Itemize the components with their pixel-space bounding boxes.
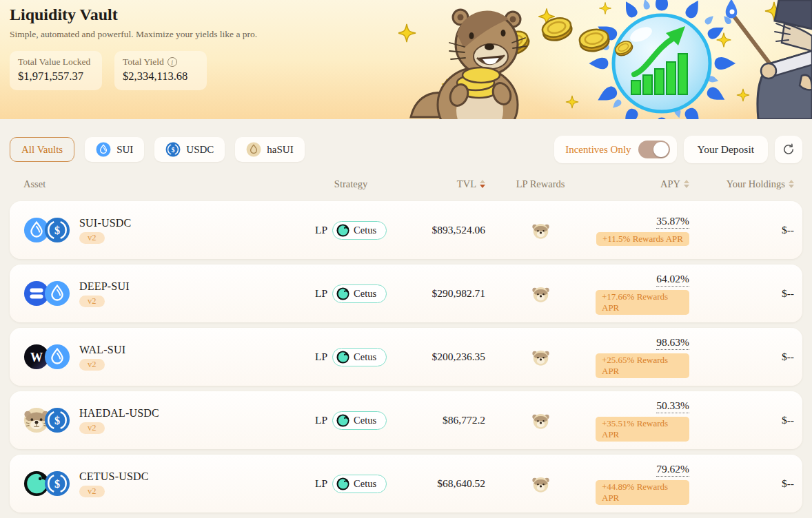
crystal-ball-chart: [613, 15, 710, 112]
token-pair-icons: $: [23, 470, 70, 497]
strategy-type: LP: [315, 224, 327, 236]
apy-value[interactable]: 35.87%: [656, 215, 689, 229]
wizard-otter: [722, 0, 812, 119]
strategy-platform-pill[interactable]: Cetus: [332, 411, 387, 430]
rewards-apr-badge: +11.5% Rewards APR: [596, 232, 689, 246]
otter-reward-icon[interactable]: [531, 411, 550, 430]
info-icon[interactable]: i: [168, 57, 177, 67]
holdings-value: $--: [689, 287, 794, 300]
strategy-platform-pill[interactable]: Cetus: [332, 348, 387, 366]
apy-value[interactable]: 50.33%: [656, 400, 689, 413]
incentives-only-toggle[interactable]: [638, 141, 670, 158]
usdc-token-icon: $: [44, 217, 70, 243]
holdings-value: $--: [689, 477, 794, 490]
rewards-apr-badge: +35.51% Rewards APR: [596, 417, 689, 442]
cetus-icon: [336, 477, 349, 490]
hero-banner: Liquidity Vault Simple, automated and po…: [0, 0, 812, 119]
tvl-value: $68,640.52: [403, 477, 485, 490]
hasui-token-icon: [246, 142, 261, 157]
filter-sui[interactable]: SUI: [85, 137, 144, 162]
tvl-stat-card: Total Value Locked $1,971,557.37: [10, 51, 102, 90]
your-deposit-button[interactable]: Your Deposit: [684, 136, 768, 163]
vault-row-wal-sui[interactable]: W WAL-SUI v2 LP Cetus $200,236.35 98.63%: [10, 328, 802, 386]
token-pair-icons: [23, 280, 70, 307]
cetus-icon: [336, 351, 349, 364]
apy-sort-icon[interactable]: [684, 180, 689, 188]
version-badge: v2: [79, 359, 105, 371]
strategy-type: LP: [315, 287, 327, 300]
usdc-token-icon: $: [44, 470, 70, 497]
strategy-type: LP: [315, 414, 327, 426]
stats-cards: Total Value Locked $1,971,557.37 Total Y…: [10, 51, 207, 90]
vault-name: DEEP-SUI: [79, 280, 130, 293]
vault-list: $ SUI-USDC v2 LP Cetus $893,524.06 35.87…: [10, 201, 802, 518]
rewards-apr-badge: +17.66% Rewards APR: [596, 290, 689, 315]
tvl-stat-label: Total Value Locked: [18, 56, 92, 68]
cetus-icon: [336, 224, 349, 237]
usdc-token-icon: $: [165, 142, 181, 157]
otter-mascot: [411, 10, 527, 119]
vault-name: CETUS-USDC: [79, 470, 149, 483]
header-strategy: Strategy: [299, 178, 403, 190]
rewards-apr-badge: +25.65% Rewards APR: [596, 353, 689, 378]
apy-value[interactable]: 64.02%: [656, 273, 689, 287]
page-subtitle: Simple, automated and powerful. Maximize…: [10, 29, 257, 40]
otter-reward-icon[interactable]: [531, 284, 550, 303]
tvl-value: $290,982.71: [403, 287, 485, 300]
vault-row-deep-sui[interactable]: DEEP-SUI v2 LP Cetus $290,982.71 64.02% …: [10, 265, 802, 322]
tvl-value: $200,236.35: [403, 351, 485, 363]
token-pair-icons: W: [23, 344, 70, 370]
sui-token-icon: [44, 280, 70, 307]
filter-toolbar: All Vaults SUI $ USDC haSUI Incentives O…: [0, 132, 812, 167]
svg-text:$: $: [54, 225, 60, 236]
version-badge: v2: [79, 232, 105, 244]
vault-name: SUI-USDC: [79, 217, 131, 229]
filter-hasui[interactable]: haSUI: [235, 137, 304, 162]
header-apy[interactable]: APY: [596, 178, 689, 190]
total-yield-stat-label: Total Yield: [123, 56, 164, 68]
filter-hasui-label: haSUI: [267, 144, 293, 156]
vault-row-haedal-usdc[interactable]: $ HAEDAL-USDC v2 LP Cetus $86,772.2 50.3…: [10, 391, 802, 449]
apy-value[interactable]: 98.63%: [656, 336, 689, 350]
svg-text:$: $: [172, 147, 175, 154]
incentives-only-label: Incentives Only: [565, 144, 631, 156]
apy-value[interactable]: 79.62%: [656, 463, 689, 477]
refresh-button[interactable]: [775, 136, 802, 163]
filter-usdc[interactable]: $ USDC: [154, 137, 225, 162]
vault-row-cetus-usdc[interactable]: $ CETUS-USDC v2 LP Cetus $68,640.52 79.6…: [10, 455, 802, 512]
tvl-value: $86,772.2: [403, 414, 485, 426]
total-yield-stat-card: Total Yield i $2,334,113.68: [114, 51, 207, 90]
holdings-value: $--: [689, 224, 794, 236]
strategy-platform-pill[interactable]: Cetus: [332, 284, 387, 303]
strategy-platform-pill[interactable]: Cetus: [332, 475, 387, 493]
otter-reward-icon[interactable]: [531, 221, 550, 240]
usdc-token-icon: $: [44, 407, 70, 433]
strategy-type: LP: [315, 351, 327, 363]
header-lp-rewards: LP Rewards: [485, 178, 596, 190]
token-pair-icons: $: [23, 217, 70, 243]
filter-all-vaults[interactable]: All Vaults: [10, 137, 74, 162]
otter-reward-icon[interactable]: [531, 348, 550, 366]
holdings-value: $--: [689, 414, 794, 426]
page-title: Liquidity Vault: [10, 6, 118, 24]
strategy-platform-pill[interactable]: Cetus: [332, 221, 387, 240]
rewards-apr-badge: +44.89% Rewards APR: [596, 480, 689, 505]
filter-sui-label: SUI: [116, 144, 133, 156]
otter-reward-icon[interactable]: [531, 475, 550, 493]
header-your-holdings[interactable]: Your Holdings: [689, 178, 794, 190]
cetus-icon: [336, 287, 349, 300]
table-header: Asset Strategy TVL LP Rewards APY Your H…: [10, 172, 802, 196]
vault-row-sui-usdc[interactable]: $ SUI-USDC v2 LP Cetus $893,524.06 35.87…: [10, 201, 802, 259]
version-badge: v2: [79, 486, 105, 497]
svg-text:$: $: [54, 415, 60, 426]
header-tvl[interactable]: TVL: [403, 178, 485, 190]
sui-token-icon: [96, 142, 111, 157]
filter-usdc-label: USDC: [186, 144, 214, 156]
holdings-sort-icon[interactable]: [789, 180, 794, 188]
sui-token-icon: [44, 344, 70, 370]
cetus-icon: [336, 414, 349, 427]
version-badge: v2: [79, 422, 105, 434]
version-badge: v2: [79, 296, 105, 307]
refresh-icon: [782, 143, 795, 156]
tvl-sort-icon[interactable]: [480, 180, 485, 188]
